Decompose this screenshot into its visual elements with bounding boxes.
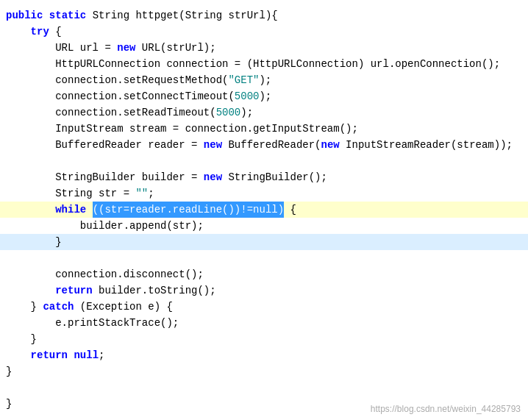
code-line-22: return null; <box>0 347 528 363</box>
keyword-static: static <box>49 7 86 24</box>
code-line-8: InputStream stream = connection.getInput… <box>0 121 528 137</box>
code-line-15: } <box>0 234 528 250</box>
code-line-19: } catch (Exception e) { <box>0 299 528 315</box>
number-5000-1: 5000 <box>235 88 260 104</box>
keyword-return-2: return <box>31 347 68 363</box>
code-line-2: try { <box>0 24 528 40</box>
keyword-new-3: new <box>321 137 339 153</box>
keyword-new-1: new <box>117 40 135 56</box>
watermark: https://blog.csdn.net/weixin_44285793 <box>371 404 521 414</box>
code-line-1: public static String httpget(String strU… <box>0 7 528 24</box>
keyword-new-2: new <box>204 137 222 153</box>
code-line-10 <box>0 153 528 169</box>
keyword-try: try <box>31 24 49 40</box>
string-get: "GET" <box>228 72 259 88</box>
code-line-12: String str = ""; <box>0 185 528 202</box>
code-line-while: while ((str=reader.readLine())!=null) { <box>0 202 528 218</box>
keyword-return-1: return <box>55 282 92 299</box>
keyword-catch: catch <box>43 299 74 315</box>
string-empty: "" <box>135 185 148 202</box>
code-line-20: e.printStackTrace(); <box>0 315 528 331</box>
code-editor: public static String httpget(String strU… <box>0 0 528 420</box>
code-line-24 <box>0 380 528 396</box>
code-line-14: builder.append(str); <box>0 218 528 234</box>
selected-condition: ((str=reader.readLine())!=null) <box>93 202 284 218</box>
code-line-11: StringBuilder builder = new StringBuilde… <box>0 169 528 185</box>
code-line-4: HttpURLConnection connection = (HttpURLC… <box>0 56 528 72</box>
keyword-while: while <box>55 202 86 218</box>
code-line-21: } <box>0 331 528 347</box>
number-5000-2: 5000 <box>216 104 241 121</box>
code-line-7: connection.setReadTimeout(5000); <box>0 104 528 121</box>
keyword-null: null <box>74 347 99 363</box>
code-line-9: BufferedReader reader = new BufferedRead… <box>0 137 528 153</box>
code-line-23: } <box>0 363 528 380</box>
code-line-3: URL url = new URL(strUrl); <box>0 40 528 56</box>
keyword-public: public <box>6 7 43 24</box>
code-line-6: connection.setConnectTimeout(5000); <box>0 88 528 104</box>
keyword-new-4: new <box>204 169 222 185</box>
code-line-16 <box>0 250 528 266</box>
code-line-17: connection.disconnect(); <box>0 266 528 282</box>
code-line-5: connection.setRequestMethod("GET"); <box>0 72 528 88</box>
code-line-18: return builder.toString(); <box>0 282 528 299</box>
